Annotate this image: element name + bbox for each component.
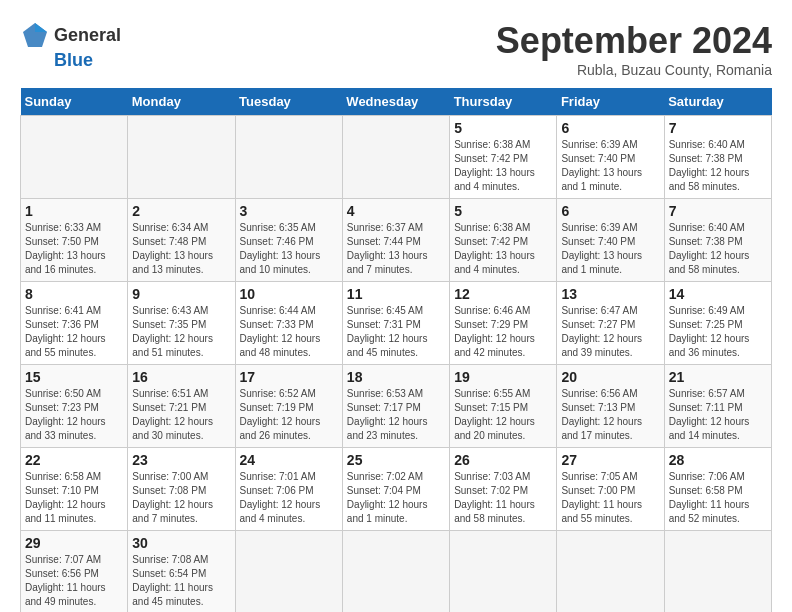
day-number: 13 bbox=[561, 286, 659, 302]
day-detail: Sunrise: 7:07 AMSunset: 6:56 PMDaylight:… bbox=[25, 554, 106, 607]
day-detail: Sunrise: 6:33 AMSunset: 7:50 PMDaylight:… bbox=[25, 222, 106, 275]
day-detail: Sunrise: 7:01 AMSunset: 7:06 PMDaylight:… bbox=[240, 471, 321, 524]
svg-marker-1 bbox=[35, 23, 47, 32]
calendar-cell: 25 Sunrise: 7:02 AMSunset: 7:04 PMDaylig… bbox=[342, 448, 449, 531]
calendar-cell: 10 Sunrise: 6:44 AMSunset: 7:33 PMDaylig… bbox=[235, 282, 342, 365]
day-detail: Sunrise: 6:40 AMSunset: 7:38 PMDaylight:… bbox=[669, 139, 750, 192]
calendar-cell: 5 Sunrise: 6:38 AMSunset: 7:42 PMDayligh… bbox=[450, 116, 557, 199]
day-detail: Sunrise: 7:05 AMSunset: 7:00 PMDaylight:… bbox=[561, 471, 642, 524]
day-detail: Sunrise: 6:51 AMSunset: 7:21 PMDaylight:… bbox=[132, 388, 213, 441]
day-number: 27 bbox=[561, 452, 659, 468]
calendar-cell bbox=[557, 531, 664, 613]
calendar-week-row: 22 Sunrise: 6:58 AMSunset: 7:10 PMDaylig… bbox=[21, 448, 772, 531]
calendar-cell: 2 Sunrise: 6:34 AMSunset: 7:48 PMDayligh… bbox=[128, 199, 235, 282]
calendar-cell: 11 Sunrise: 6:45 AMSunset: 7:31 PMDaylig… bbox=[342, 282, 449, 365]
calendar-cell bbox=[664, 531, 771, 613]
calendar-cell: 3 Sunrise: 6:35 AMSunset: 7:46 PMDayligh… bbox=[235, 199, 342, 282]
calendar-cell: 6 Sunrise: 6:39 AMSunset: 7:40 PMDayligh… bbox=[557, 116, 664, 199]
calendar-cell bbox=[128, 116, 235, 199]
day-number: 2 bbox=[132, 203, 230, 219]
day-detail: Sunrise: 7:08 AMSunset: 6:54 PMDaylight:… bbox=[132, 554, 213, 607]
page-header: General Blue September 2024 Rubla, Buzau… bbox=[20, 20, 772, 78]
day-detail: Sunrise: 6:56 AMSunset: 7:13 PMDaylight:… bbox=[561, 388, 642, 441]
calendar-cell: 22 Sunrise: 6:58 AMSunset: 7:10 PMDaylig… bbox=[21, 448, 128, 531]
day-number: 15 bbox=[25, 369, 123, 385]
day-detail: Sunrise: 6:57 AMSunset: 7:11 PMDaylight:… bbox=[669, 388, 750, 441]
calendar-cell: 27 Sunrise: 7:05 AMSunset: 7:00 PMDaylig… bbox=[557, 448, 664, 531]
day-number: 7 bbox=[669, 203, 767, 219]
day-number: 30 bbox=[132, 535, 230, 551]
day-detail: Sunrise: 6:52 AMSunset: 7:19 PMDaylight:… bbox=[240, 388, 321, 441]
calendar-cell: 26 Sunrise: 7:03 AMSunset: 7:02 PMDaylig… bbox=[450, 448, 557, 531]
calendar-cell: 6 Sunrise: 6:39 AMSunset: 7:40 PMDayligh… bbox=[557, 199, 664, 282]
day-number: 17 bbox=[240, 369, 338, 385]
day-number: 19 bbox=[454, 369, 552, 385]
day-number: 24 bbox=[240, 452, 338, 468]
day-number: 16 bbox=[132, 369, 230, 385]
calendar-week-row: 8 Sunrise: 6:41 AMSunset: 7:36 PMDayligh… bbox=[21, 282, 772, 365]
calendar-cell: 7 Sunrise: 6:40 AMSunset: 7:38 PMDayligh… bbox=[664, 116, 771, 199]
calendar-cell bbox=[342, 116, 449, 199]
day-number: 10 bbox=[240, 286, 338, 302]
day-number: 9 bbox=[132, 286, 230, 302]
calendar-cell: 23 Sunrise: 7:00 AMSunset: 7:08 PMDaylig… bbox=[128, 448, 235, 531]
day-number: 4 bbox=[347, 203, 445, 219]
day-detail: Sunrise: 6:34 AMSunset: 7:48 PMDaylight:… bbox=[132, 222, 213, 275]
calendar-cell bbox=[235, 531, 342, 613]
day-detail: Sunrise: 6:40 AMSunset: 7:38 PMDaylight:… bbox=[669, 222, 750, 275]
logo-blue: Blue bbox=[54, 50, 93, 71]
day-number: 28 bbox=[669, 452, 767, 468]
calendar-cell: 4 Sunrise: 6:37 AMSunset: 7:44 PMDayligh… bbox=[342, 199, 449, 282]
day-number: 11 bbox=[347, 286, 445, 302]
calendar-table: Sunday Monday Tuesday Wednesday Thursday… bbox=[20, 88, 772, 612]
day-detail: Sunrise: 6:35 AMSunset: 7:46 PMDaylight:… bbox=[240, 222, 321, 275]
calendar-week-row: 1 Sunrise: 6:33 AMSunset: 7:50 PMDayligh… bbox=[21, 199, 772, 282]
calendar-cell: 12 Sunrise: 6:46 AMSunset: 7:29 PMDaylig… bbox=[450, 282, 557, 365]
day-detail: Sunrise: 6:43 AMSunset: 7:35 PMDaylight:… bbox=[132, 305, 213, 358]
calendar-cell: 29 Sunrise: 7:07 AMSunset: 6:56 PMDaylig… bbox=[21, 531, 128, 613]
day-detail: Sunrise: 6:38 AMSunset: 7:42 PMDaylight:… bbox=[454, 139, 535, 192]
col-saturday: Saturday bbox=[664, 88, 771, 116]
month-title: September 2024 bbox=[496, 20, 772, 62]
day-number: 1 bbox=[25, 203, 123, 219]
day-detail: Sunrise: 7:06 AMSunset: 6:58 PMDaylight:… bbox=[669, 471, 750, 524]
day-detail: Sunrise: 6:37 AMSunset: 7:44 PMDaylight:… bbox=[347, 222, 428, 275]
logo-general: General bbox=[54, 25, 121, 46]
day-number: 5 bbox=[454, 203, 552, 219]
day-detail: Sunrise: 6:45 AMSunset: 7:31 PMDaylight:… bbox=[347, 305, 428, 358]
calendar-week-row: 29 Sunrise: 7:07 AMSunset: 6:56 PMDaylig… bbox=[21, 531, 772, 613]
calendar-cell bbox=[450, 531, 557, 613]
title-area: September 2024 Rubla, Buzau County, Roma… bbox=[496, 20, 772, 78]
calendar-cell: 16 Sunrise: 6:51 AMSunset: 7:21 PMDaylig… bbox=[128, 365, 235, 448]
day-detail: Sunrise: 6:53 AMSunset: 7:17 PMDaylight:… bbox=[347, 388, 428, 441]
col-thursday: Thursday bbox=[450, 88, 557, 116]
day-detail: Sunrise: 6:44 AMSunset: 7:33 PMDaylight:… bbox=[240, 305, 321, 358]
calendar-cell: 1 Sunrise: 6:33 AMSunset: 7:50 PMDayligh… bbox=[21, 199, 128, 282]
col-friday: Friday bbox=[557, 88, 664, 116]
calendar-header-row: Sunday Monday Tuesday Wednesday Thursday… bbox=[21, 88, 772, 116]
logo-icon bbox=[20, 20, 50, 50]
day-detail: Sunrise: 6:41 AMSunset: 7:36 PMDaylight:… bbox=[25, 305, 106, 358]
logo: General Blue bbox=[20, 20, 121, 71]
calendar-cell: 20 Sunrise: 6:56 AMSunset: 7:13 PMDaylig… bbox=[557, 365, 664, 448]
calendar-cell: 30 Sunrise: 7:08 AMSunset: 6:54 PMDaylig… bbox=[128, 531, 235, 613]
day-number: 3 bbox=[240, 203, 338, 219]
calendar-cell: 15 Sunrise: 6:50 AMSunset: 7:23 PMDaylig… bbox=[21, 365, 128, 448]
day-detail: Sunrise: 6:38 AMSunset: 7:42 PMDaylight:… bbox=[454, 222, 535, 275]
calendar-cell bbox=[235, 116, 342, 199]
day-number: 20 bbox=[561, 369, 659, 385]
day-detail: Sunrise: 6:49 AMSunset: 7:25 PMDaylight:… bbox=[669, 305, 750, 358]
col-wednesday: Wednesday bbox=[342, 88, 449, 116]
calendar-cell: 24 Sunrise: 7:01 AMSunset: 7:06 PMDaylig… bbox=[235, 448, 342, 531]
calendar-cell: 13 Sunrise: 6:47 AMSunset: 7:27 PMDaylig… bbox=[557, 282, 664, 365]
col-monday: Monday bbox=[128, 88, 235, 116]
location-title: Rubla, Buzau County, Romania bbox=[496, 62, 772, 78]
day-number: 29 bbox=[25, 535, 123, 551]
calendar-week-row: 15 Sunrise: 6:50 AMSunset: 7:23 PMDaylig… bbox=[21, 365, 772, 448]
calendar-week-row: 5 Sunrise: 6:38 AMSunset: 7:42 PMDayligh… bbox=[21, 116, 772, 199]
day-number: 12 bbox=[454, 286, 552, 302]
day-number: 25 bbox=[347, 452, 445, 468]
calendar-cell bbox=[21, 116, 128, 199]
day-detail: Sunrise: 6:47 AMSunset: 7:27 PMDaylight:… bbox=[561, 305, 642, 358]
day-detail: Sunrise: 6:39 AMSunset: 7:40 PMDaylight:… bbox=[561, 222, 642, 275]
